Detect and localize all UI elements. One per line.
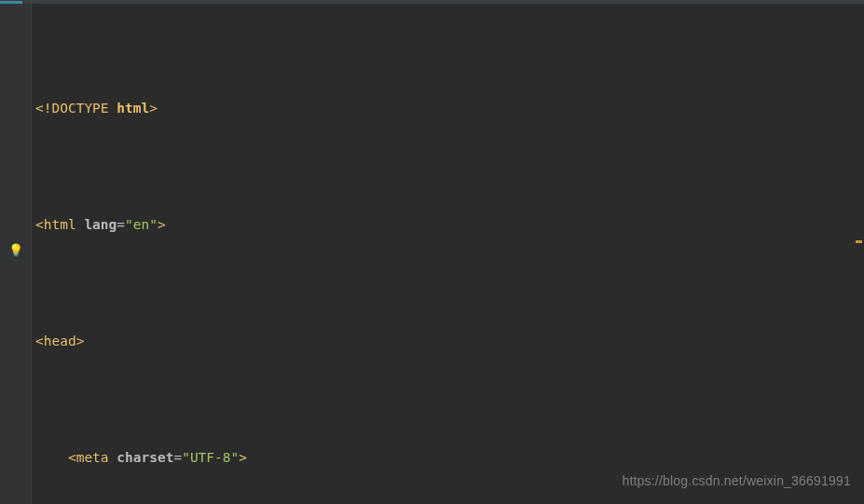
punct: < <box>35 213 44 237</box>
val-lang: "en" <box>125 213 158 237</box>
scrollbar-marker[interactable] <box>856 240 862 243</box>
code-line[interactable]: <meta charset="UTF-8"> <box>34 446 864 470</box>
tag-head: head <box>44 330 76 353</box>
attr-charset: charset <box>117 446 173 470</box>
punct: < <box>68 446 76 470</box>
punct: > <box>158 213 166 237</box>
scrollbar-track[interactable] <box>854 4 864 504</box>
doctype-html: html <box>117 97 149 120</box>
equals: = <box>173 446 182 470</box>
watermark-text: https://blog.csdn.net/weixin_36691991 <box>622 470 851 493</box>
val-charset: "UTF-8" <box>182 446 239 470</box>
attr-lang: lang <box>84 213 117 237</box>
code-line[interactable]: <!DOCTYPE html> <box>34 97 864 120</box>
indent <box>35 446 68 470</box>
punct: > <box>149 97 158 120</box>
space <box>109 446 117 470</box>
punct: < <box>35 97 44 120</box>
code-area[interactable]: <!DOCTYPE html> <html lang="en"> <head> … <box>32 4 864 504</box>
doctype-word: DOCTYPE <box>51 97 108 120</box>
equals: = <box>117 213 125 237</box>
code-line[interactable]: <head> <box>34 330 864 353</box>
bulb-icon[interactable]: 💡 <box>9 243 22 256</box>
doctype-bang: ! <box>44 97 52 120</box>
editor-area: 💡 <!DOCTYPE html> <html lang="en"> <head… <box>0 4 864 504</box>
tag-html: html <box>44 213 76 237</box>
code-line[interactable]: <html lang="en"> <box>34 213 864 237</box>
tag-meta: meta <box>76 446 109 470</box>
gutter[interactable]: 💡 <box>0 4 32 504</box>
punct: < <box>35 330 44 353</box>
punct: > <box>239 446 247 470</box>
space <box>109 97 117 120</box>
space <box>76 213 85 237</box>
punct: > <box>76 330 85 353</box>
